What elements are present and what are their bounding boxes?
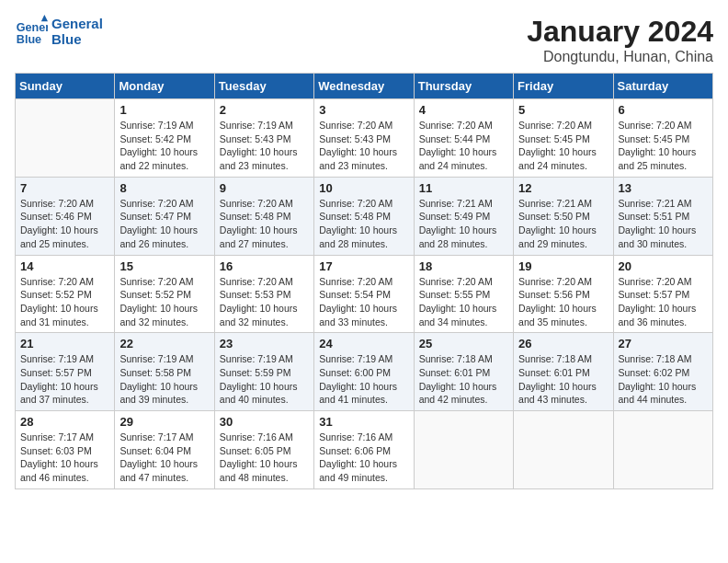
calendar-cell: 13Sunrise: 7:21 AM Sunset: 5:51 PM Dayli… [613,177,712,255]
calendar-week-2: 7Sunrise: 7:20 AM Sunset: 5:46 PM Daylig… [16,177,713,255]
calendar-cell: 30Sunrise: 7:16 AM Sunset: 6:05 PM Dayli… [214,411,313,489]
day-number: 8 [119,181,209,195]
calendar-cell: 14Sunrise: 7:20 AM Sunset: 5:52 PM Dayli… [16,255,115,333]
calendar-cell [414,411,513,489]
logo: General Blue General Blue [15,15,103,48]
day-info: Sunrise: 7:19 AM Sunset: 5:59 PM Dayligh… [220,352,309,407]
calendar-cell [16,99,115,178]
calendar-cell: 20Sunrise: 7:20 AM Sunset: 5:57 PM Dayli… [613,255,712,333]
calendar-cell: 8Sunrise: 7:20 AM Sunset: 5:47 PM Daylig… [115,177,214,255]
day-info: Sunrise: 7:19 AM Sunset: 6:00 PM Dayligh… [319,352,408,407]
day-number: 16 [220,259,309,273]
day-info: Sunrise: 7:19 AM Sunset: 5:42 PM Dayligh… [119,119,209,173]
day-number: 27 [619,337,708,350]
calendar-cell: 19Sunrise: 7:20 AM Sunset: 5:56 PM Dayli… [514,255,613,333]
day-number: 22 [119,337,209,350]
title-block: January 2024 Dongtundu, Hunan, China [527,15,713,65]
day-number: 29 [119,415,209,429]
day-number: 15 [119,259,209,273]
day-number: 19 [518,259,608,273]
day-info: Sunrise: 7:20 AM Sunset: 5:45 PM Dayligh… [518,119,608,173]
calendar-cell: 17Sunrise: 7:20 AM Sunset: 5:54 PM Dayli… [314,255,414,333]
day-number: 3 [319,103,408,117]
day-info: Sunrise: 7:17 AM Sunset: 6:03 PM Dayligh… [20,431,109,485]
day-number: 31 [319,415,408,429]
day-number: 17 [319,259,408,273]
day-number: 7 [20,181,109,195]
calendar-cell: 18Sunrise: 7:20 AM Sunset: 5:55 PM Dayli… [414,255,513,333]
day-info: Sunrise: 7:20 AM Sunset: 5:57 PM Dayligh… [619,275,708,329]
day-info: Sunrise: 7:18 AM Sunset: 6:02 PM Dayligh… [619,352,708,407]
day-info: Sunrise: 7:20 AM Sunset: 5:47 PM Dayligh… [119,197,209,251]
day-info: Sunrise: 7:20 AM Sunset: 5:55 PM Dayligh… [419,275,508,329]
day-number: 13 [619,181,708,195]
day-number: 20 [619,259,708,273]
calendar-header-row: SundayMondayTuesdayWednesdayThursdayFrid… [16,74,713,99]
day-info: Sunrise: 7:20 AM Sunset: 5:45 PM Dayligh… [619,119,708,173]
calendar-cell: 4Sunrise: 7:20 AM Sunset: 5:44 PM Daylig… [414,99,513,178]
day-info: Sunrise: 7:20 AM Sunset: 5:44 PM Dayligh… [419,119,508,173]
calendar-week-4: 21Sunrise: 7:19 AM Sunset: 5:57 PM Dayli… [16,333,713,411]
calendar-cell: 25Sunrise: 7:18 AM Sunset: 6:01 PM Dayli… [414,333,513,411]
day-number: 12 [518,181,608,195]
day-number: 1 [119,103,209,117]
calendar-cell: 2Sunrise: 7:19 AM Sunset: 5:43 PM Daylig… [214,99,313,178]
day-number: 26 [518,337,608,350]
day-info: Sunrise: 7:20 AM Sunset: 5:52 PM Dayligh… [119,275,209,329]
svg-text:Blue: Blue [17,33,41,46]
calendar-cell: 26Sunrise: 7:18 AM Sunset: 6:01 PM Dayli… [514,333,613,411]
weekday-header-wednesday: Wednesday [314,74,414,99]
calendar-week-1: 1Sunrise: 7:19 AM Sunset: 5:42 PM Daylig… [16,99,713,178]
day-number: 23 [220,337,309,350]
day-number: 11 [419,181,508,195]
day-info: Sunrise: 7:21 AM Sunset: 5:50 PM Dayligh… [518,197,608,251]
day-number: 25 [419,337,508,350]
calendar-cell: 23Sunrise: 7:19 AM Sunset: 5:59 PM Dayli… [214,333,313,411]
day-info: Sunrise: 7:20 AM Sunset: 5:43 PM Dayligh… [319,119,408,173]
calendar-cell: 29Sunrise: 7:17 AM Sunset: 6:04 PM Dayli… [115,411,214,489]
day-info: Sunrise: 7:18 AM Sunset: 6:01 PM Dayligh… [419,352,508,407]
svg-marker-2 [41,15,48,21]
day-info: Sunrise: 7:19 AM Sunset: 5:57 PM Dayligh… [20,352,109,407]
day-info: Sunrise: 7:20 AM Sunset: 5:46 PM Dayligh… [20,197,109,251]
day-number: 5 [518,103,608,117]
day-info: Sunrise: 7:16 AM Sunset: 6:06 PM Dayligh… [319,431,408,485]
logo-icon: General Blue [15,15,48,48]
day-info: Sunrise: 7:19 AM Sunset: 5:58 PM Dayligh… [119,352,209,407]
day-number: 6 [619,103,708,117]
day-info: Sunrise: 7:19 AM Sunset: 5:43 PM Dayligh… [220,119,309,173]
calendar-cell: 24Sunrise: 7:19 AM Sunset: 6:00 PM Dayli… [314,333,414,411]
page-subtitle: Dongtundu, Hunan, China [527,49,713,65]
day-number: 14 [20,259,109,273]
calendar-cell: 7Sunrise: 7:20 AM Sunset: 5:46 PM Daylig… [16,177,115,255]
day-number: 18 [419,259,508,273]
day-info: Sunrise: 7:20 AM Sunset: 5:52 PM Dayligh… [20,275,109,329]
day-number: 2 [220,103,309,117]
day-number: 4 [419,103,508,117]
day-number: 10 [319,181,408,195]
day-info: Sunrise: 7:20 AM Sunset: 5:54 PM Dayligh… [319,275,408,329]
calendar-cell: 15Sunrise: 7:20 AM Sunset: 5:52 PM Dayli… [115,255,214,333]
day-number: 30 [220,415,309,429]
calendar-cell: 1Sunrise: 7:19 AM Sunset: 5:42 PM Daylig… [115,99,214,178]
day-info: Sunrise: 7:20 AM Sunset: 5:48 PM Dayligh… [319,197,408,251]
weekday-header-sunday: Sunday [16,74,115,99]
calendar-cell: 27Sunrise: 7:18 AM Sunset: 6:02 PM Dayli… [613,333,712,411]
calendar-cell: 28Sunrise: 7:17 AM Sunset: 6:03 PM Dayli… [16,411,115,489]
weekday-header-thursday: Thursday [414,74,513,99]
page-title: January 2024 [527,15,713,49]
calendar-cell [514,411,613,489]
weekday-header-tuesday: Tuesday [214,74,313,99]
day-number: 28 [20,415,109,429]
day-number: 9 [220,181,309,195]
day-info: Sunrise: 7:21 AM Sunset: 5:49 PM Dayligh… [419,197,508,251]
calendar-cell: 21Sunrise: 7:19 AM Sunset: 5:57 PM Dayli… [16,333,115,411]
calendar-week-5: 28Sunrise: 7:17 AM Sunset: 6:03 PM Dayli… [16,411,713,489]
calendar-cell [613,411,712,489]
calendar-cell: 16Sunrise: 7:20 AM Sunset: 5:53 PM Dayli… [214,255,313,333]
logo-text-blue: Blue [51,31,103,47]
day-info: Sunrise: 7:18 AM Sunset: 6:01 PM Dayligh… [518,352,608,407]
day-info: Sunrise: 7:20 AM Sunset: 5:48 PM Dayligh… [220,197,309,251]
day-info: Sunrise: 7:20 AM Sunset: 5:53 PM Dayligh… [220,275,309,329]
day-info: Sunrise: 7:16 AM Sunset: 6:05 PM Dayligh… [220,431,309,485]
